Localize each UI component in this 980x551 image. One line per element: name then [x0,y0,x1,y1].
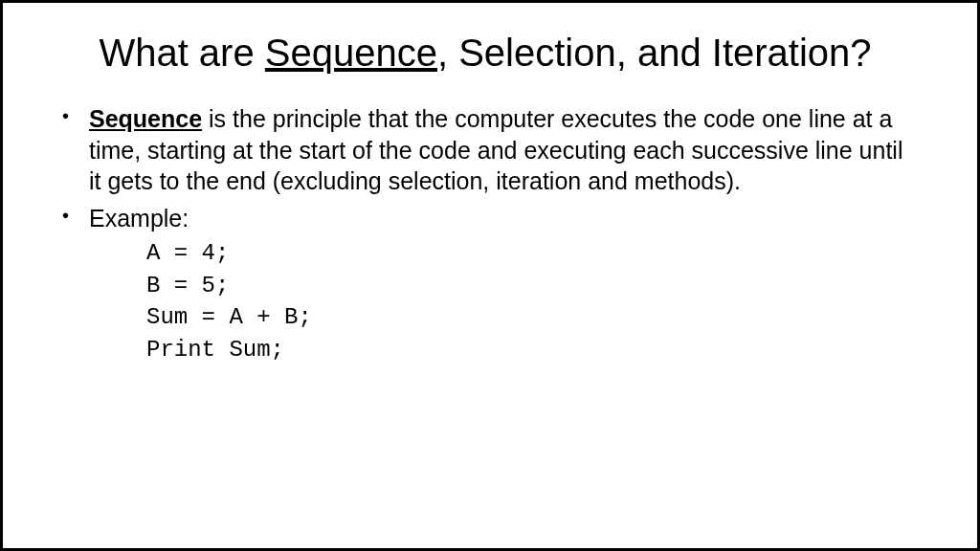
code-line-2: B = 5; [146,270,920,302]
slide-content: Sequence is the principle that the compu… [51,103,920,365]
bullet-item-example: Example: A = 4; B = 5; Sum = A + B; Prin… [89,203,920,366]
title-underlined: Sequence [265,32,437,74]
title-prefix: What are [99,32,264,74]
code-line-3: Sum = A + B; [146,301,920,334]
bullet-list: Sequence is the principle that the compu… [51,103,920,365]
code-block: A = 4; B = 5; Sum = A + B; Print Sum; [89,237,920,365]
bullet-item-definition: Sequence is the principle that the compu… [89,103,920,197]
slide-title: What are Sequence, Selection, and Iterat… [51,32,920,75]
code-line-1: A = 4; [146,237,920,270]
term-sequence: Sequence [89,105,202,132]
title-suffix: , Selection, and Iteration? [437,32,872,74]
example-label: Example: [89,205,189,231]
definition-text: is the principle that the computer execu… [89,105,902,194]
code-line-4: Print Sum; [146,334,920,366]
